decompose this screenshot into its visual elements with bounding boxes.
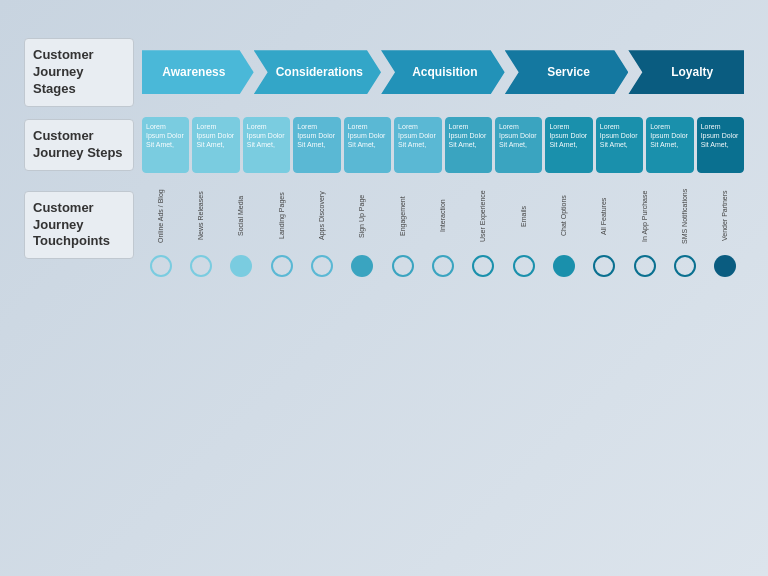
step-card: Lorem Ipsum Dolor Sit Amet, (445, 117, 492, 173)
touchpoint-label: Engagement (399, 181, 407, 251)
touchpoint-col: Chat Options (545, 181, 582, 280)
touchpoint-col: User Experience (465, 181, 502, 280)
touchpoint-label: Online Ads / Blog (157, 181, 165, 251)
touchpoint-label: Sign Up Page (358, 181, 366, 251)
touchpoint-label: Apps Discovery (318, 181, 326, 251)
touchpoint-label: News Releases (197, 181, 205, 251)
step-card: Lorem Ipsum Dolor Sit Amet, (697, 117, 744, 173)
touchpoints-label: CustomerJourneyTouchpoints (24, 191, 134, 260)
touchpoint-circle (230, 255, 252, 277)
stage-awareness: Awareness (142, 50, 254, 94)
steps-container: Lorem Ipsum Dolor Sit Amet,Lorem Ipsum D… (142, 117, 744, 173)
touchpoint-col: SMS Notifications (666, 181, 703, 280)
touchpoint-col: Online Ads / Blog (142, 181, 179, 280)
touchpoint-circle (634, 255, 656, 277)
touchpoint-label: In App Purchase (641, 181, 649, 251)
touchpoint-circle (432, 255, 454, 277)
touchpoint-circle (271, 255, 293, 277)
stage-considerations: Considerations (254, 50, 381, 94)
touchpoint-col: In App Purchase (626, 181, 663, 280)
stages-container: AwarenessConsiderationsAcquisitionServic… (142, 50, 744, 94)
touchpoint-col: All Features (586, 181, 623, 280)
stage-service: Service (505, 50, 629, 94)
touchpoints-container: Online Ads / BlogNews ReleasesSocial Med… (142, 181, 744, 280)
touchpoint-col: Social Media (223, 181, 260, 280)
touchpoint-circle (714, 255, 736, 277)
steps-label: CustomerJourney Steps (24, 119, 134, 171)
step-card: Lorem Ipsum Dolor Sit Amet, (596, 117, 643, 173)
stage-acquisition: Acquisition (381, 50, 505, 94)
touchpoint-circle (150, 255, 172, 277)
touchpoint-circle (190, 255, 212, 277)
touchpoint-label: All Features (600, 181, 608, 251)
step-card: Lorem Ipsum Dolor Sit Amet, (192, 117, 239, 173)
touchpoint-label: Emails (520, 181, 528, 251)
touchpoint-col: News Releases (182, 181, 219, 280)
touchpoint-circle (351, 255, 373, 277)
stage-loyalty: Loyalty (628, 50, 744, 94)
touchpoint-col: Interaction (424, 181, 461, 280)
touchpoint-col: Emails (505, 181, 542, 280)
step-card: Lorem Ipsum Dolor Sit Amet, (293, 117, 340, 173)
touchpoint-circle (513, 255, 535, 277)
step-card: Lorem Ipsum Dolor Sit Amet, (394, 117, 441, 173)
touchpoint-circle (472, 255, 494, 277)
touchpoint-circle (553, 255, 575, 277)
steps-row: CustomerJourney Steps Lorem Ipsum Dolor … (24, 117, 744, 173)
step-card: Lorem Ipsum Dolor Sit Amet, (243, 117, 290, 173)
step-card: Lorem Ipsum Dolor Sit Amet, (344, 117, 391, 173)
touchpoint-col: Sign Up Page (344, 181, 381, 280)
touchpoint-col: Apps Discovery (303, 181, 340, 280)
touchpoints-row: CustomerJourneyTouchpoints Online Ads / … (24, 181, 744, 280)
step-card: Lorem Ipsum Dolor Sit Amet, (646, 117, 693, 173)
touchpoint-circle (311, 255, 333, 277)
touchpoint-circle (593, 255, 615, 277)
stages-label: CustomerJourney Stages (24, 38, 134, 107)
stages-row: CustomerJourney Stages AwarenessConsider… (24, 38, 744, 107)
touchpoint-circle (674, 255, 696, 277)
touchpoint-label: Social Media (237, 181, 245, 251)
touchpoint-col: Landing Pages (263, 181, 300, 280)
touchpoint-col: Vender Partners (707, 181, 744, 280)
step-card: Lorem Ipsum Dolor Sit Amet, (545, 117, 592, 173)
step-card: Lorem Ipsum Dolor Sit Amet, (142, 117, 189, 173)
touchpoint-label: Chat Options (560, 181, 568, 251)
touchpoint-col: Engagement (384, 181, 421, 280)
touchpoint-label: Landing Pages (278, 181, 286, 251)
slide: CustomerJourney Stages AwarenessConsider… (0, 0, 768, 576)
touchpoint-label: User Experience (479, 181, 487, 251)
touchpoint-circle (392, 255, 414, 277)
touchpoint-label: Interaction (439, 181, 447, 251)
step-card: Lorem Ipsum Dolor Sit Amet, (495, 117, 542, 173)
touchpoint-label: SMS Notifications (681, 181, 689, 251)
touchpoint-label: Vender Partners (721, 181, 729, 251)
